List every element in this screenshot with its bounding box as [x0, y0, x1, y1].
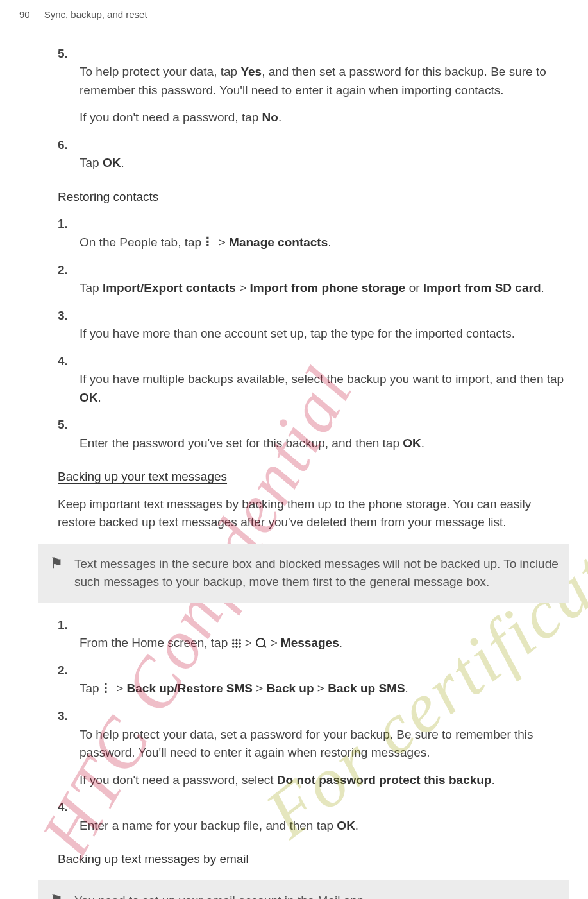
step-text: If you don't need a password, tap [80, 110, 262, 124]
section-heading: Backing up your text messages [58, 468, 569, 486]
step-text: On the People tab, tap [80, 235, 205, 249]
flag-icon: ⚑ [50, 889, 63, 899]
step-text: or [405, 281, 423, 295]
step-text: To help protect your data, tap [80, 65, 240, 78]
search-icon [255, 638, 267, 649]
ui-label: Back up SMS [328, 681, 405, 695]
step-text: . [278, 110, 281, 124]
step-number: 4. [58, 798, 80, 817]
step-number: 2. [58, 662, 80, 680]
ui-label: Import from SD card [423, 281, 541, 295]
list-item: 1. On the People tab, tap > Manage conta… [58, 215, 569, 252]
list-item: 5. Enter the password you've set for thi… [58, 416, 569, 452]
step-text: If you have more than one account set up… [80, 325, 569, 343]
ui-label: Back up [267, 681, 314, 695]
note-box: ⚑ You need to set up your email account … [38, 880, 569, 899]
header-section-title: Sync, backup, and reset [44, 8, 147, 22]
step-text: > [113, 681, 127, 695]
step-text: Tap [80, 681, 103, 695]
step-text: Enter the password you've set for this b… [80, 436, 403, 450]
ui-label: Messages [281, 636, 339, 649]
apps-grid-icon [231, 638, 242, 649]
ui-label: OK [103, 156, 121, 169]
step-text: Tap [80, 281, 103, 295]
note-text: You need to set up your email account in… [74, 894, 367, 899]
step-text: . [98, 391, 101, 404]
ui-label: OK [80, 391, 98, 404]
step-number: 3. [58, 307, 80, 325]
ui-label: Do not password protect this backup [277, 773, 492, 787]
ui-label: Import/Export contacts [103, 281, 236, 295]
ui-label: No [262, 110, 278, 124]
step-text: > [242, 636, 256, 649]
list-item: 4. Enter a name for your backup file, an… [58, 798, 569, 835]
vertical-dots-icon [103, 680, 113, 699]
step-text: > [215, 235, 229, 249]
step-number: 3. [58, 707, 80, 726]
list-item: 2. Tap > Back up/Restore SMS > Back up >… [58, 662, 569, 699]
section-heading: Restoring contacts [58, 188, 569, 207]
ui-label: Back up/Restore SMS [127, 681, 253, 695]
step-number: 6. [58, 136, 80, 155]
step-number: 1. [58, 616, 80, 635]
list-item: 1. From the Home screen, tap > > Message… [58, 616, 569, 653]
step-number: 4. [58, 352, 80, 371]
step-number: 1. [58, 215, 80, 234]
ui-label: Yes [240, 65, 262, 78]
step-text: > [314, 681, 328, 695]
step-text: If you don't need a password, select [80, 773, 277, 787]
page-number: 90 [19, 8, 30, 22]
note-text: Text messages in the secure box and bloc… [74, 557, 559, 589]
section-heading: Backing up text messages by email [58, 850, 569, 869]
step-text: . [355, 819, 358, 832]
step-text: . [339, 636, 342, 649]
list-item: 3. If you have more than one account set… [58, 307, 569, 343]
step-text: If you have multiple backups available, … [80, 372, 564, 386]
step-number: 2. [58, 261, 80, 280]
step-number: 5. [58, 416, 80, 434]
list-item: 3. To help protect your data, set a pass… [58, 707, 569, 789]
note-box: ⚑ Text messages in the secure box and bl… [38, 544, 569, 603]
flag-icon: ⚑ [50, 552, 63, 574]
step-text: . [121, 156, 124, 169]
step-text: . [541, 281, 544, 295]
step-text: Tap [80, 156, 103, 169]
paragraph: Keep important text messages by backing … [58, 495, 569, 532]
list-item: 5. To help protect your data, tap Yes, a… [58, 45, 569, 127]
list-item: 6. Tap OK. [58, 136, 569, 173]
ui-label: Import from phone storage [250, 281, 406, 295]
step-text: . [491, 773, 494, 787]
step-number: 5. [58, 45, 80, 64]
step-text: . [405, 681, 408, 695]
vertical-dots-icon [205, 234, 215, 252]
step-text: . [421, 436, 424, 450]
page-content: 5. To help protect your data, tap Yes, a… [19, 45, 569, 900]
ui-label: OK [337, 819, 355, 832]
ui-label: Manage contacts [229, 235, 328, 249]
step-text: From the Home screen, tap [80, 636, 231, 649]
ui-label: OK [403, 436, 421, 450]
page-header: 90 Sync, backup, and reset [19, 0, 569, 45]
step-text: Enter a name for your backup file, and t… [80, 819, 337, 832]
step-text: > [267, 636, 281, 649]
step-text: > [236, 281, 250, 295]
list-item: 2. Tap Import/Export contacts > Import f… [58, 261, 569, 298]
step-text: . [328, 235, 331, 249]
list-item: 4. If you have multiple backups availabl… [58, 352, 569, 407]
step-text: To help protect your data, set a passwor… [80, 726, 569, 762]
step-text: > [253, 681, 267, 695]
